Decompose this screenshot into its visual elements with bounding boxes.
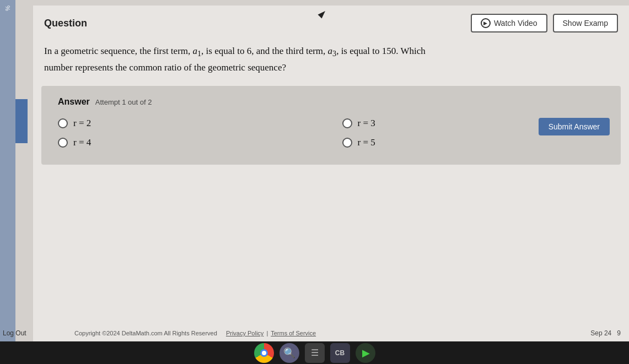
option-r4[interactable]: r = 4: [58, 137, 320, 148]
chrome-icon[interactable]: [254, 343, 274, 363]
copyright-text: Copyright ©2024 DeltaMath.com All Rights…: [74, 330, 217, 336]
watch-video-label: Watch Video: [494, 19, 537, 28]
screen: % Question ▶ Watch Video Show Examp In a…: [0, 0, 629, 341]
terms-of-service-link[interactable]: Terms of Service: [271, 330, 316, 336]
search-icon[interactable]: 🔍: [279, 343, 299, 363]
header-row: Question ▶ Watch Video Show Examp: [33, 6, 629, 38]
play-circle-icon: ▶: [481, 18, 491, 28]
option-r5[interactable]: r = 5: [342, 137, 605, 148]
question-text: In a geometric sequence, the first term,…: [33, 38, 629, 86]
answer-header: Answer Attempt 1 out of 2: [58, 97, 604, 107]
q-text-part3: , is equal to 150. Which: [336, 46, 426, 56]
options-grid: r = 2 r = 3 r = 4 r = 5 Su: [58, 118, 604, 148]
header-buttons: ▶ Watch Video Show Examp: [471, 14, 618, 32]
watch-video-button[interactable]: ▶ Watch Video: [471, 14, 547, 32]
option-r5-label: r = 5: [358, 137, 375, 148]
q-text-part1: In a geometric sequence, the first term,: [44, 46, 193, 56]
show-example-button[interactable]: Show Examp: [553, 14, 618, 32]
option-r3-label: r = 3: [358, 118, 375, 129]
show-example-label: Show Examp: [563, 19, 608, 28]
date-label: Sep 24: [590, 329, 611, 337]
separator: |: [266, 330, 268, 336]
option-r2[interactable]: r = 2: [58, 118, 320, 129]
footer-links: Copyright ©2024 DeltaMath.com All Rights…: [74, 330, 316, 336]
radio-r3[interactable]: [342, 118, 352, 128]
q-var-a1: a: [193, 46, 198, 56]
blue-accent-block: [15, 99, 28, 143]
q-text-part4: number represents the common ratio of th…: [44, 62, 286, 73]
menu-icon[interactable]: ☰: [305, 343, 325, 363]
option-r4-label: r = 4: [73, 137, 91, 148]
answer-area: Answer Attempt 1 out of 2 r = 2 r = 3 r: [41, 86, 621, 165]
footer-date: Sep 24 9: [590, 329, 621, 337]
sidebar-percent-label: %: [4, 6, 11, 11]
play-icon[interactable]: ▶: [356, 343, 375, 363]
submit-answer-button[interactable]: Submit Answer: [539, 118, 610, 135]
question-label: Question: [44, 18, 87, 29]
footer: Copyright ©2024 DeltaMath.com All Rights…: [66, 329, 629, 337]
taskbar: 🔍 ☰ CB ▶: [0, 341, 629, 364]
radio-r2[interactable]: [58, 118, 68, 128]
answer-title: Answer: [58, 97, 90, 107]
option-r2-label: r = 2: [73, 118, 91, 129]
radio-r4[interactable]: [58, 138, 68, 148]
q-var-a3: a: [328, 46, 333, 56]
attempt-text: Attempt 1 out of 2: [95, 98, 152, 106]
q-text-part2: , is equal to 6, and the third term,: [201, 46, 327, 56]
cb-icon[interactable]: CB: [330, 343, 350, 363]
log-out-link[interactable]: Log Out: [3, 329, 26, 337]
main-card: Question ▶ Watch Video Show Examp In a g…: [33, 6, 629, 341]
page-number: 9: [617, 329, 621, 337]
left-sidebar: %: [0, 0, 15, 341]
privacy-policy-link[interactable]: Privacy Policy: [226, 330, 264, 336]
radio-r5[interactable]: [342, 138, 352, 148]
